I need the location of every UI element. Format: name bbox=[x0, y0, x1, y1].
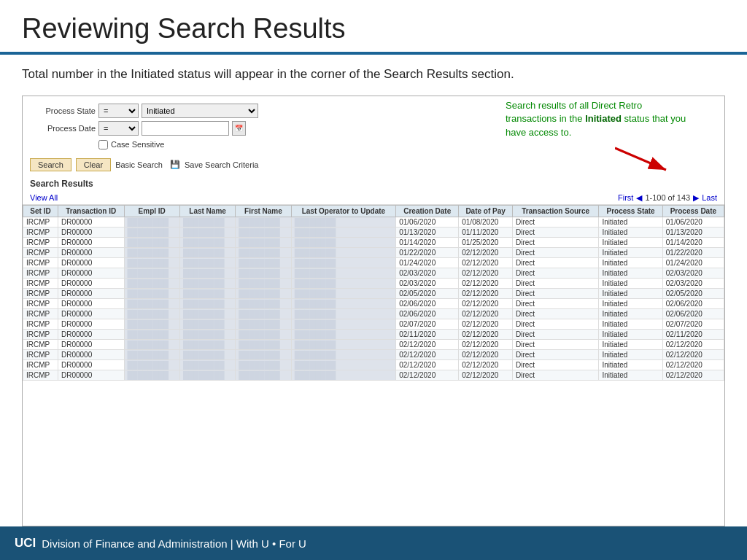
col-last-operator: Last Operator to Update bbox=[291, 205, 396, 217]
view-all-row: View All First ◀ 1-100 of 143 ▶ Last bbox=[23, 192, 724, 205]
process-date-operator[interactable]: = bbox=[98, 121, 139, 136]
table-row[interactable]: IRCMPDR00000████████████████████████████… bbox=[23, 308, 724, 319]
search-results-section: Search Results bbox=[23, 176, 724, 192]
col-creation-date: Creation Date bbox=[396, 205, 459, 217]
col-trans-id: Transaction ID bbox=[58, 205, 124, 217]
process-date-label: Process Date bbox=[30, 124, 96, 133]
process-state-operator[interactable]: = bbox=[98, 104, 139, 118]
table-row[interactable]: IRCMPDR00000████████████████████████████… bbox=[23, 349, 724, 359]
buttons-row: Search Clear Basic Search 💾 Save Search … bbox=[23, 154, 724, 176]
table-row[interactable]: IRCMPDR00000████████████████████████████… bbox=[23, 359, 724, 370]
col-date-pay: Date of Pay bbox=[459, 205, 513, 217]
table-row[interactable]: IRCMPDR00000████████████████████████████… bbox=[23, 237, 724, 247]
basic-search-link[interactable]: Basic Search bbox=[115, 160, 163, 169]
calendar-button[interactable]: 📅 bbox=[232, 121, 246, 136]
col-process-state: Process State bbox=[599, 205, 662, 217]
table-row[interactable]: IRCMPDR00000████████████████████████████… bbox=[23, 339, 724, 349]
table-row[interactable]: IRCMPDR00000████████████████████████████… bbox=[23, 268, 724, 278]
description-text: Total number in the Initiated status wil… bbox=[22, 65, 725, 84]
first-page-link[interactable]: First bbox=[618, 193, 633, 202]
footer-text: Division of Finance and Administration |… bbox=[42, 537, 306, 550]
page-footer: UCI Division of Finance and Administrati… bbox=[0, 526, 747, 560]
screenshot-box: Process State = Initiated Process Date =… bbox=[22, 96, 725, 527]
table-row[interactable]: IRCMPDR00000████████████████████████████… bbox=[23, 298, 724, 308]
results-table-wrapper: Set ID Transaction ID Empl ID Last Name … bbox=[23, 205, 724, 526]
search-button[interactable]: Search bbox=[30, 158, 71, 171]
pagination: First ◀ 1-100 of 143 ▶ Last bbox=[618, 193, 717, 203]
case-sensitive-row: Case Sensitive bbox=[30, 140, 717, 149]
table-row[interactable]: IRCMPDR00000████████████████████████████… bbox=[23, 288, 724, 298]
save-icon: 💾 bbox=[170, 160, 180, 169]
table-row[interactable]: IRCMPDR00000████████████████████████████… bbox=[23, 217, 724, 227]
main-content: Process State = Initiated Process Date =… bbox=[0, 91, 747, 527]
process-date-row: Process Date = 📅 bbox=[30, 121, 717, 136]
col-trans-source: Transaction Source bbox=[513, 205, 599, 217]
search-form: Process State = Initiated Process Date =… bbox=[23, 96, 724, 154]
next-page-icon[interactable]: ▶ bbox=[693, 193, 699, 203]
case-sensitive-label: Case Sensitive bbox=[111, 140, 164, 149]
table-row[interactable]: IRCMPDR00000████████████████████████████… bbox=[23, 370, 724, 380]
page-range: 1-100 of 143 bbox=[645, 193, 690, 202]
process-state-value[interactable]: Initiated bbox=[142, 104, 258, 118]
page-title: Reviewing Search Results bbox=[22, 13, 725, 44]
table-row[interactable]: IRCMPDR00000████████████████████████████… bbox=[23, 278, 724, 288]
view-all-link[interactable]: View All bbox=[30, 193, 58, 202]
case-sensitive-checkbox[interactable] bbox=[98, 140, 108, 149]
results-table: Set ID Transaction ID Empl ID Last Name … bbox=[23, 205, 724, 381]
page-header: Reviewing Search Results bbox=[0, 0, 747, 53]
table-row[interactable]: IRCMPDR00000████████████████████████████… bbox=[23, 329, 724, 339]
table-header-row: Set ID Transaction ID Empl ID Last Name … bbox=[23, 205, 724, 217]
clear-button[interactable]: Clear bbox=[76, 158, 111, 171]
col-empl-id: Empl ID bbox=[124, 205, 179, 217]
table-row[interactable]: IRCMPDR00000████████████████████████████… bbox=[23, 247, 724, 257]
save-criteria-button[interactable]: Save Search Criteria bbox=[185, 160, 259, 169]
page-description: Total number in the Initiated status wil… bbox=[0, 55, 747, 91]
footer-uci-label: UCI bbox=[15, 536, 36, 551]
col-first-name: First Name bbox=[236, 205, 291, 217]
prev-page-icon[interactable]: ◀ bbox=[636, 193, 642, 203]
search-results-title: Search Results bbox=[30, 179, 717, 189]
col-last-name: Last Name bbox=[179, 205, 235, 217]
process-state-label: Process State bbox=[30, 106, 96, 115]
table-row[interactable]: IRCMPDR00000████████████████████████████… bbox=[23, 227, 724, 237]
table-row[interactable]: IRCMPDR00000████████████████████████████… bbox=[23, 319, 724, 329]
process-state-row: Process State = Initiated bbox=[30, 104, 717, 118]
last-page-link[interactable]: Last bbox=[702, 193, 717, 202]
col-set-id: Set ID bbox=[23, 205, 58, 217]
col-process-date: Process Date bbox=[662, 205, 724, 217]
process-date-input[interactable] bbox=[142, 121, 229, 136]
table-row[interactable]: IRCMPDR00000████████████████████████████… bbox=[23, 257, 724, 268]
